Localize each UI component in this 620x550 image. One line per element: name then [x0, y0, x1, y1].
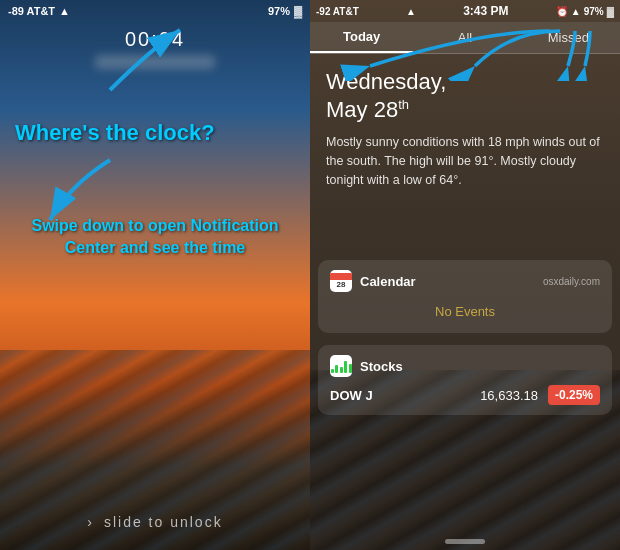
calendar-icon: 28	[330, 270, 352, 292]
status-time: 3:43 PM	[463, 4, 508, 18]
status-right-group: ⏰ ▲ 97% ▓	[556, 6, 614, 17]
wifi-icon-right: ▲	[406, 6, 416, 17]
notification-center-tabs: Today All Missed	[310, 22, 620, 54]
battery-icon-right: ▓	[607, 6, 614, 17]
left-status-left: -89 AT&T ▲	[8, 5, 70, 17]
stock-name: DOW J	[330, 388, 480, 403]
drag-indicator[interactable]	[445, 539, 485, 544]
stocks-widget: Stocks DOW J 16,633.18 -0.25%	[318, 345, 612, 415]
no-events-label: No Events	[330, 300, 600, 323]
right-status-bar: -92 AT&T ▲ 3:43 PM ⏰ ▲ 97% ▓	[310, 0, 620, 22]
left-status-bar: -89 AT&T ▲ 97% ▓	[0, 0, 310, 22]
bar2	[335, 365, 338, 373]
date-section: Wednesday, May 28th Mostly sunny conditi…	[310, 54, 620, 199]
stock-row: DOW J 16,633.18 -0.25%	[330, 385, 600, 405]
bar3	[340, 367, 343, 373]
date-line-1: Wednesday,	[326, 68, 604, 96]
tab-today[interactable]: Today	[310, 22, 413, 53]
weather-description: Mostly sunny conditions with 18 mph wind…	[326, 133, 604, 189]
chevron-icon: ›	[87, 514, 94, 530]
branding-label: osxdaily.com	[543, 276, 600, 287]
stocks-bars-icon	[331, 359, 352, 373]
date-line-2: May 28th	[326, 96, 604, 124]
bar1	[331, 369, 334, 373]
cal-icon-top	[330, 273, 352, 280]
stock-change: -0.25%	[548, 385, 600, 405]
calendar-widget-header: 28 Calendar osxdaily.com	[330, 270, 600, 292]
stocks-widget-header: Stocks	[330, 355, 600, 377]
battery-left: 97%	[268, 5, 290, 17]
left-panel: -89 AT&T ▲ 97% ▓ 00:04 Where's the clock…	[0, 0, 310, 550]
wheres-clock-heading: Where's the clock?	[15, 120, 295, 146]
stock-value: 16,633.18	[480, 388, 538, 403]
location-icon: ▲	[571, 6, 581, 17]
battery-percent-right: 97%	[584, 6, 604, 17]
slide-to-unlock[interactable]: › slide to unlock	[0, 514, 310, 530]
calendar-title: Calendar	[360, 274, 416, 289]
tab-missed[interactable]: Missed	[517, 22, 620, 53]
bar4	[344, 361, 347, 373]
carrier-right: -92 AT&T	[316, 6, 359, 17]
wifi-icon-left: ▲	[59, 5, 70, 17]
cal-icon-bottom: 28	[337, 280, 346, 289]
swipe-instruction: Swipe down to open Notification Center a…	[15, 215, 295, 260]
calendar-widget: 28 Calendar osxdaily.com No Events	[318, 260, 612, 333]
alarm-icon: ⏰	[556, 6, 568, 17]
bar5	[349, 364, 352, 373]
stocks-title: Stocks	[360, 359, 403, 374]
tab-all[interactable]: All	[413, 22, 516, 53]
battery-icon-left: ▓	[294, 5, 302, 17]
carrier-left: -89 AT&T	[8, 5, 55, 17]
right-panel: -92 AT&T ▲ 3:43 PM ⏰ ▲ 97% ▓ Today All M…	[310, 0, 620, 550]
arrow-clock-up	[90, 20, 190, 100]
stocks-icon	[330, 355, 352, 377]
left-status-right: 97% ▓	[268, 5, 302, 17]
